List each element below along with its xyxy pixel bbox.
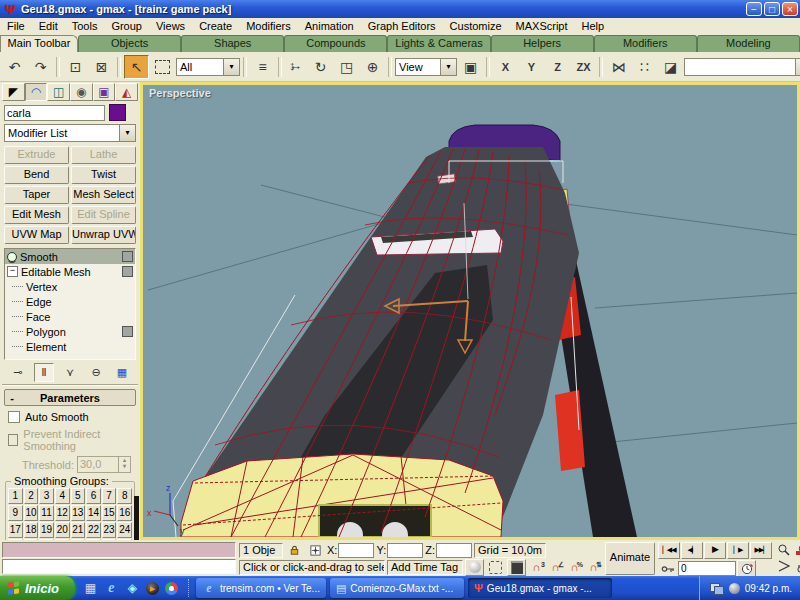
next-frame-button[interactable]: ▏▶ bbox=[727, 542, 749, 559]
tab-shapes[interactable]: Shapes bbox=[181, 35, 284, 52]
menu-item[interactable]: Tools bbox=[65, 19, 105, 33]
dotted-snap-icon[interactable] bbox=[486, 559, 505, 576]
absolute-offset-icon[interactable] bbox=[306, 542, 325, 559]
smoothing-group-button[interactable]: 3 bbox=[39, 488, 54, 504]
mirror-icon[interactable]: ⋈ bbox=[606, 55, 631, 79]
zoom-icon[interactable] bbox=[775, 542, 792, 557]
smoothing-group-button[interactable]: 24 bbox=[117, 522, 132, 538]
smoothing-group-button[interactable]: 20 bbox=[55, 522, 70, 538]
undo-icon[interactable]: ↶ bbox=[2, 55, 27, 79]
menu-item[interactable]: Group bbox=[104, 19, 149, 33]
rectangular-selection-region-icon[interactable] bbox=[150, 55, 175, 79]
tab-lights-cameras[interactable]: Lights & Cameras bbox=[387, 35, 490, 52]
key-mode-icon[interactable] bbox=[658, 560, 677, 577]
menu-item[interactable]: File bbox=[0, 19, 32, 33]
restrict-zx-button[interactable]: ZX bbox=[571, 55, 596, 79]
unlink-selection-icon[interactable]: ⊠ bbox=[89, 55, 114, 79]
modify-tab-icon[interactable]: ◠ bbox=[25, 83, 48, 101]
media-player-icon[interactable]: ▶ bbox=[146, 582, 159, 595]
modifier-toggle-icon[interactable] bbox=[122, 266, 133, 277]
object-name-input[interactable] bbox=[4, 105, 105, 121]
tab-helpers[interactable]: Helpers bbox=[491, 35, 594, 52]
remove-modifier-icon[interactable]: ⊖ bbox=[86, 363, 106, 382]
animate-button[interactable]: Animate bbox=[605, 542, 655, 575]
tab-compounds[interactable]: Compounds bbox=[284, 35, 387, 52]
pin-stack-icon[interactable]: ⊸ bbox=[8, 363, 28, 382]
edit-mesh-button[interactable]: Edit Mesh bbox=[4, 206, 69, 224]
menu-item[interactable]: Edit bbox=[32, 19, 65, 33]
create-tab-icon[interactable]: ◤ bbox=[2, 83, 25, 101]
listener-field[interactable] bbox=[2, 559, 236, 575]
parameters-rollout-header[interactable]: - Parameters bbox=[4, 389, 136, 406]
chrome-icon[interactable] bbox=[165, 582, 178, 595]
smoothing-group-button[interactable]: 16 bbox=[117, 505, 132, 521]
modifier-list-dropdown[interactable]: Modifier List ▾ bbox=[4, 124, 136, 142]
messenger-icon[interactable]: ◈ bbox=[125, 581, 140, 596]
internet-explorer-icon[interactable]: e bbox=[104, 581, 119, 596]
restrict-z-button[interactable]: Z bbox=[545, 55, 570, 79]
smoothing-group-button[interactable]: 7 bbox=[102, 488, 117, 504]
viewport-label[interactable]: Perspective bbox=[149, 87, 211, 99]
field-of-view-icon[interactable] bbox=[775, 558, 792, 573]
mesh-select-button[interactable]: Mesh Select bbox=[71, 186, 136, 204]
smoothing-group-button[interactable]: 23 bbox=[102, 522, 117, 538]
task-button-notepad[interactable]: ▤ Comienzo-GMax.txt -... bbox=[330, 578, 464, 598]
uvw-map-button[interactable]: UVW Map bbox=[4, 226, 69, 244]
selection-lock-icon[interactable] bbox=[285, 542, 304, 559]
stack-item-edge[interactable]: Edge bbox=[5, 294, 135, 309]
add-time-tag[interactable]: Add Time Tag bbox=[387, 560, 463, 575]
z-coordinate-input[interactable] bbox=[436, 543, 472, 558]
tab-modeling[interactable]: Modeling bbox=[697, 35, 800, 52]
close-button[interactable]: × bbox=[782, 2, 798, 16]
edit-named-selections-icon[interactable]: ◪ bbox=[658, 55, 683, 79]
array-icon[interactable]: ∷ bbox=[632, 55, 657, 79]
select-and-link-icon[interactable]: ⊡ bbox=[63, 55, 88, 79]
stack-item-element[interactable]: Element bbox=[5, 339, 135, 354]
redo-icon[interactable]: ↷ bbox=[28, 55, 53, 79]
modifier-bulb-icon[interactable] bbox=[7, 252, 17, 262]
stack-item-polygon[interactable]: Polygon bbox=[5, 324, 135, 339]
task-button-gmax[interactable]: Ψ Geu18.gmax - gmax -... bbox=[468, 578, 612, 598]
utilities-tab-icon[interactable]: ◭ bbox=[115, 83, 138, 101]
smoothing-group-button[interactable]: 18 bbox=[24, 522, 39, 538]
macro-recorder-field[interactable] bbox=[2, 542, 236, 558]
tab-modifiers[interactable]: Modifiers bbox=[594, 35, 697, 52]
cube-snap-icon[interactable] bbox=[507, 559, 526, 576]
smoothing-group-button[interactable]: 19 bbox=[39, 522, 54, 538]
pan-hand-icon[interactable] bbox=[793, 558, 800, 573]
go-to-start-button[interactable]: ▏◀◀ bbox=[658, 542, 680, 559]
hierarchy-tab-icon[interactable]: ◫ bbox=[47, 83, 70, 101]
current-frame-input[interactable] bbox=[678, 561, 736, 576]
zoom-all-icon[interactable] bbox=[793, 542, 800, 557]
collapse-icon[interactable]: − bbox=[7, 266, 18, 277]
start-button[interactable]: Inicio bbox=[0, 576, 75, 600]
angle-snap-icon[interactable]: ∩∠ bbox=[547, 560, 564, 575]
menu-item[interactable]: Create bbox=[192, 19, 239, 33]
menu-item[interactable]: Graph Editors bbox=[361, 19, 443, 33]
menu-item[interactable]: MAXScript bbox=[509, 19, 575, 33]
smoothing-group-button[interactable]: 13 bbox=[71, 505, 86, 521]
restrict-y-button[interactable]: Y bbox=[519, 55, 544, 79]
select-object-icon[interactable]: ↖ bbox=[124, 55, 149, 79]
use-pivot-center-icon[interactable]: ▣ bbox=[458, 55, 483, 79]
object-color-swatch[interactable] bbox=[109, 104, 126, 121]
menu-item[interactable]: Modifiers bbox=[239, 19, 298, 33]
stack-item-smooth[interactable]: Smooth bbox=[5, 249, 135, 264]
menu-item[interactable]: Animation bbox=[298, 19, 361, 33]
named-selection-sets-dropdown[interactable]: ▾ bbox=[684, 58, 800, 76]
taper-button[interactable]: Taper bbox=[4, 186, 69, 204]
smoothing-group-button[interactable]: 9 bbox=[8, 505, 23, 521]
display-tab-icon[interactable]: ▣ bbox=[93, 83, 116, 101]
smoothing-group-button[interactable]: 2 bbox=[24, 488, 39, 504]
select-and-scale-icon[interactable]: ◳ bbox=[334, 55, 359, 79]
tray-icon[interactable] bbox=[729, 583, 740, 594]
smoothing-group-button[interactable]: 4 bbox=[55, 488, 70, 504]
quicklaunch-app-icon[interactable]: ▦ bbox=[83, 581, 98, 596]
go-to-end-button[interactable]: ▶▶▏ bbox=[750, 542, 772, 559]
modifier-toggle-icon[interactable] bbox=[122, 326, 133, 337]
smoothing-group-button[interactable]: 10 bbox=[24, 505, 39, 521]
modifier-toggle-icon[interactable] bbox=[122, 251, 133, 262]
smoothing-group-button[interactable]: 8 bbox=[117, 488, 132, 504]
smoothing-group-button[interactable]: 21 bbox=[71, 522, 86, 538]
previous-frame-button[interactable]: ◀▏ bbox=[681, 542, 703, 559]
